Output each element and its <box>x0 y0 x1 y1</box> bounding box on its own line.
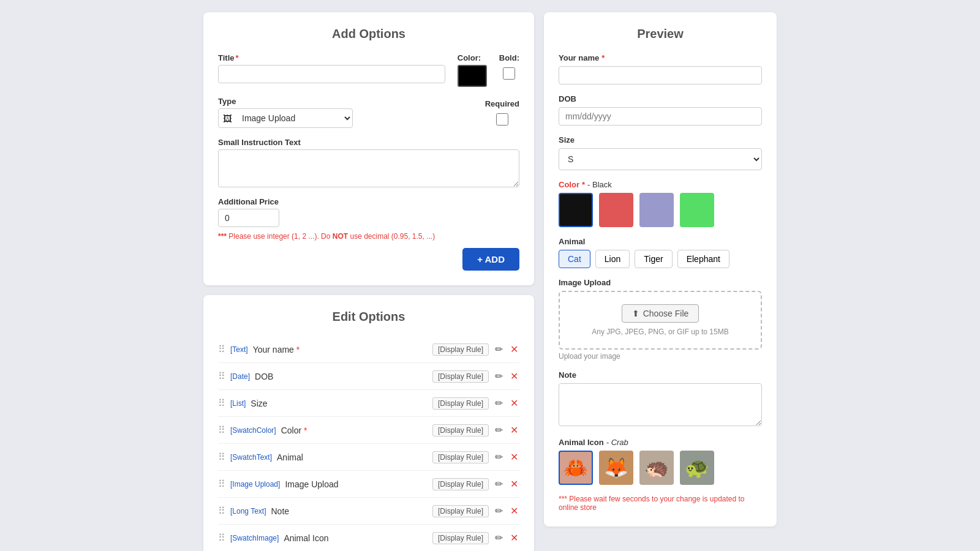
add-options-card: Add Options Title* Color: Bold: <box>203 12 534 285</box>
preview-panel: Preview Your name * DOB Size SMLXL Color… <box>544 12 777 527</box>
left-panel: Add Options Title* Color: Bold: <box>203 12 534 551</box>
preview-animal: Animal Cat Lion Tiger Elephant <box>559 237 762 268</box>
display-rule-button[interactable]: [Display Rule] <box>432 370 489 383</box>
edit-icon-button[interactable]: ✏ <box>494 450 504 464</box>
display-rule-button[interactable]: [Display Rule] <box>432 505 489 517</box>
delete-icon-button[interactable]: ✕ <box>509 396 519 410</box>
color-swatch-green[interactable] <box>680 193 714 227</box>
title-input[interactable] <box>218 65 445 83</box>
preview-size: Size SMLXL <box>559 135 762 170</box>
dob-label: DOB <box>559 94 762 103</box>
required-label: Required <box>485 99 519 108</box>
dob-input[interactable] <box>559 107 762 126</box>
small-instruction-textarea[interactable] <box>218 149 519 187</box>
color-swatches <box>559 193 762 227</box>
edit-row-type: [SwatchText] <box>230 453 272 462</box>
preview-footer: *** Please wait few seconds to your chan… <box>559 495 762 512</box>
display-rule-button[interactable]: [Display Rule] <box>432 397 489 410</box>
delete-icon-button[interactable]: ✕ <box>509 504 519 518</box>
title-group: Title* <box>218 53 445 83</box>
bold-checkbox[interactable] <box>503 67 515 80</box>
additional-price-input[interactable] <box>218 209 279 227</box>
upload-hint: Any JPG, JPEG, PNG, or GIF up to 15MB <box>572 328 748 336</box>
drag-handle[interactable]: ⠿ <box>218 424 225 436</box>
upload-subhint: Upload your image <box>559 352 762 361</box>
edit-row: ⠿ [SwatchText] Animal [Display Rule] ✏ ✕ <box>218 444 519 471</box>
delete-icon-button[interactable]: ✕ <box>509 477 519 491</box>
display-rule-button[interactable]: [Display Rule] <box>432 343 489 356</box>
add-button[interactable]: + ADD <box>462 248 519 271</box>
required-checkbox[interactable] <box>496 113 508 126</box>
drag-handle[interactable]: ⠿ <box>218 370 225 382</box>
animal-btn-tiger[interactable]: Tiger <box>635 250 672 268</box>
edit-row-type: [SwatchImage] <box>230 534 279 542</box>
small-instruction-group: Small Instruction Text <box>218 138 519 187</box>
size-select[interactable]: SMLXL <box>559 148 762 170</box>
delete-icon-button[interactable]: ✕ <box>509 369 519 383</box>
bold-group: Bold: <box>499 53 519 80</box>
display-rule-button[interactable]: [Display Rule] <box>432 424 489 437</box>
delete-icon-button[interactable]: ✕ <box>509 342 519 356</box>
your-name-input[interactable] <box>559 66 762 84</box>
color-swatch-black[interactable] <box>559 193 593 227</box>
color-label: Color: <box>458 53 487 62</box>
animal-icon-hedgehog[interactable]: 🦔 <box>639 451 674 485</box>
animal-btn-lion[interactable]: Lion <box>595 250 630 268</box>
additional-price-label: Additional Price <box>218 197 519 206</box>
animal-btn-cat[interactable]: Cat <box>559 250 590 268</box>
edit-icon-button[interactable]: ✏ <box>494 423 504 437</box>
animal-icon-crab[interactable]: 🦀 <box>559 451 593 485</box>
animal-icon-label: Animal Icon <box>559 438 604 447</box>
edit-icon-button[interactable]: ✏ <box>494 396 504 410</box>
animal-icon-fox[interactable]: 🦊 <box>599 451 633 485</box>
edit-row-type: [Long Text] <box>230 507 266 515</box>
edit-row-name: Color * <box>281 425 428 435</box>
edit-row: ⠿ [Image Upload] Image Upload [Display R… <box>218 471 519 498</box>
note-textarea[interactable] <box>559 383 762 426</box>
animal-label: Animal <box>559 237 762 246</box>
display-rule-button[interactable]: [Display Rule] <box>432 478 489 490</box>
delete-icon-button[interactable]: ✕ <box>509 450 519 464</box>
your-name-label: Your name <box>559 53 599 62</box>
preview-your-name: Your name * <box>559 53 762 84</box>
edit-icon-button[interactable]: ✏ <box>494 477 504 491</box>
edit-row: ⠿ [Text] Your name * [Display Rule] ✏ ✕ <box>218 336 519 363</box>
animal-icon-turtle[interactable]: 🐢 <box>680 451 714 485</box>
color-preview-label: Color <box>559 180 579 189</box>
display-rule-button[interactable]: [Display Rule] <box>432 451 489 463</box>
preview-title: Preview <box>559 27 762 41</box>
drag-handle[interactable]: ⠿ <box>218 532 225 544</box>
type-select[interactable]: Image Upload Text Date List SwatchColor … <box>218 108 353 128</box>
bold-label: Bold: <box>499 53 519 62</box>
edit-row: ⠿ [Date] DOB [Display Rule] ✏ ✕ <box>218 363 519 390</box>
animal-btn-elephant[interactable]: Elephant <box>677 250 729 268</box>
animal-icon-subtitle: - Crab <box>606 438 628 447</box>
additional-price-group: Additional Price *** Please use integer … <box>218 197 519 241</box>
note-label: Note <box>559 370 762 380</box>
drag-handle[interactable]: ⠿ <box>218 451 225 463</box>
edit-icon-button[interactable]: ✏ <box>494 369 504 383</box>
edit-icon-button[interactable]: ✏ <box>494 531 504 545</box>
delete-icon-button[interactable]: ✕ <box>509 423 519 437</box>
color-swatch-purple[interactable] <box>639 193 674 227</box>
color-swatch[interactable] <box>458 65 487 87</box>
edit-icon-button[interactable]: ✏ <box>494 504 504 518</box>
color-group: Color: <box>458 53 487 87</box>
edit-row: ⠿ [Long Text] Note [Display Rule] ✏ ✕ <box>218 498 519 525</box>
price-warning: *** Please use integer (1, 2 ...). Do NO… <box>218 232 519 241</box>
drag-handle[interactable]: ⠿ <box>218 478 225 490</box>
edit-row-type: [Image Upload] <box>230 480 280 489</box>
delete-icon-button[interactable]: ✕ <box>509 531 519 545</box>
drag-handle[interactable]: ⠿ <box>218 505 225 517</box>
animal-icon-swatches: 🦀 🦊 🦔 🐢 <box>559 451 762 485</box>
choose-file-button[interactable]: ⬆ Choose File <box>622 304 699 323</box>
edit-row-type: [Text] <box>230 345 248 354</box>
preview-note: Note <box>559 370 762 428</box>
preview-animal-icon: Animal Icon - Crab 🦀 🦊 🦔 🐢 <box>559 438 762 485</box>
color-swatch-red[interactable] <box>599 193 633 227</box>
drag-handle[interactable]: ⠿ <box>218 343 225 355</box>
edit-icon-button[interactable]: ✏ <box>494 342 504 356</box>
display-rule-button[interactable]: [Display Rule] <box>432 532 489 544</box>
preview-dob: DOB <box>559 94 762 126</box>
drag-handle[interactable]: ⠿ <box>218 397 225 409</box>
